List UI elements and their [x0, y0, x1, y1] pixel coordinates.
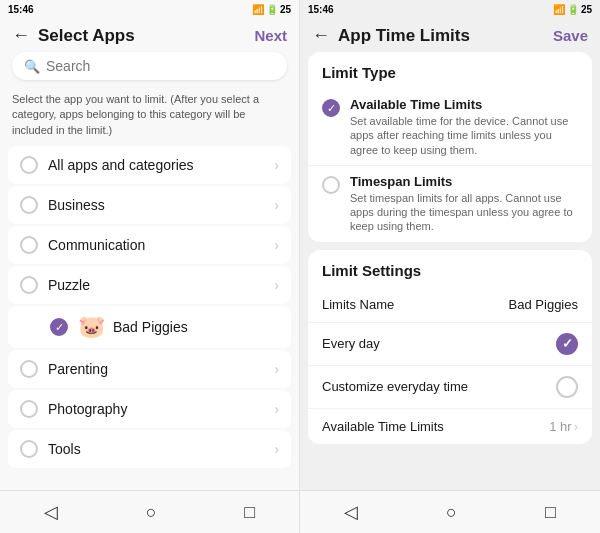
item-label: Communication: [48, 237, 274, 253]
item-label: All apps and categories: [48, 157, 274, 173]
customize-toggle[interactable]: [556, 376, 578, 398]
save-button[interactable]: Save: [553, 27, 588, 44]
right-recent-nav-icon[interactable]: □: [545, 502, 556, 523]
available-desc: Set available time for the device. Canno…: [350, 114, 578, 157]
chevron-icon: ›: [274, 361, 279, 377]
available-time-label: Available Time Limits: [322, 419, 549, 434]
available-time-option[interactable]: Available Time Limits Set available time…: [308, 89, 592, 165]
battery-level: 25: [280, 4, 291, 15]
every-day-row[interactable]: Every day: [308, 323, 592, 366]
available-time-chevron: ›: [574, 419, 578, 434]
radio-tools: [20, 440, 38, 458]
list-item[interactable]: Puzzle ›: [8, 266, 291, 304]
item-label: Photography: [48, 401, 274, 417]
right-battery-icon: 🔋: [567, 4, 579, 15]
chevron-icon: ›: [274, 157, 279, 173]
right-content: Limit Type Available Time Limits Set ava…: [300, 52, 600, 490]
app-icon: 🐷: [78, 314, 105, 340]
right-status-bar: 15:46 📶 🔋 25: [300, 0, 600, 19]
timespan-option[interactable]: Timespan Limits Set timespan limits for …: [308, 165, 592, 242]
chevron-icon: ›: [274, 277, 279, 293]
timespan-text-block: Timespan Limits Set timespan limits for …: [350, 174, 578, 234]
item-label: Parenting: [48, 361, 274, 377]
right-wifi-icon: 📶: [553, 4, 565, 15]
list-item[interactable]: Photography ›: [8, 390, 291, 428]
timespan-radio: [322, 176, 340, 194]
list-item-bad-piggies[interactable]: 🐷 Bad Piggies: [8, 306, 291, 348]
app-list: All apps and categories › Business › Com…: [0, 146, 299, 490]
available-radio: [322, 99, 340, 117]
item-label: Bad Piggies: [113, 319, 279, 335]
radio-bad-piggies: [50, 318, 68, 336]
right-back-nav-icon[interactable]: ◁: [344, 501, 358, 523]
hint-text: Select the app you want to limit. (After…: [0, 88, 299, 146]
every-day-toggle[interactable]: [556, 333, 578, 355]
available-title: Available Time Limits: [350, 97, 578, 112]
battery-icon: 🔋: [266, 4, 278, 15]
chevron-icon: ›: [274, 197, 279, 213]
next-button[interactable]: Next: [254, 27, 287, 44]
right-back-button[interactable]: ←: [312, 25, 330, 46]
home-nav-icon[interactable]: ○: [146, 502, 157, 523]
available-text-block: Available Time Limits Set available time…: [350, 97, 578, 157]
limit-settings-card: Limit Settings Limits Name Bad Piggies E…: [308, 250, 592, 444]
right-panel: 15:46 📶 🔋 25 ← App Time Limits Save Limi…: [300, 0, 600, 533]
item-label: Tools: [48, 441, 274, 457]
left-nav-bar: ◁ ○ □: [0, 490, 299, 533]
left-time: 15:46: [8, 4, 34, 15]
limit-settings-title: Limit Settings: [308, 250, 592, 287]
radio-communication: [20, 236, 38, 254]
timespan-desc: Set timespan limits for all apps. Cannot…: [350, 191, 578, 234]
radio-business: [20, 196, 38, 214]
recent-nav-icon[interactable]: □: [244, 502, 255, 523]
search-box: 🔍: [12, 52, 287, 80]
right-home-nav-icon[interactable]: ○: [446, 502, 457, 523]
list-item[interactable]: Business ›: [8, 186, 291, 224]
customize-label: Customize everyday time: [322, 379, 556, 394]
left-panel: 15:46 📶 🔋 25 ← Select Apps Next 🔍 Select…: [0, 0, 300, 533]
list-item[interactable]: All apps and categories ›: [8, 146, 291, 184]
limits-name-label: Limits Name: [322, 297, 509, 312]
right-nav-bar: ◁ ○ □: [300, 490, 600, 533]
left-status-bar: 15:46 📶 🔋 25: [0, 0, 299, 19]
item-label: Puzzle: [48, 277, 274, 293]
list-item[interactable]: Tools ›: [8, 430, 291, 468]
radio-all: [20, 156, 38, 174]
list-item[interactable]: Parenting ›: [8, 350, 291, 388]
back-button[interactable]: ←: [12, 25, 30, 46]
limits-name-value: Bad Piggies: [509, 297, 578, 312]
left-top-bar: ← Select Apps Next: [0, 19, 299, 52]
back-nav-icon[interactable]: ◁: [44, 501, 58, 523]
radio-puzzle: [20, 276, 38, 294]
every-day-label: Every day: [322, 336, 556, 351]
item-label: Business: [48, 197, 274, 213]
left-status-icons: 📶 🔋 25: [252, 4, 291, 15]
search-input[interactable]: [46, 58, 275, 74]
available-time-value: 1 hr: [549, 419, 571, 434]
right-status-icons: 📶 🔋 25: [553, 4, 592, 15]
timespan-title: Timespan Limits: [350, 174, 578, 189]
list-item[interactable]: Communication ›: [8, 226, 291, 264]
right-title: App Time Limits: [338, 26, 553, 46]
limits-name-row: Limits Name Bad Piggies: [308, 287, 592, 323]
chevron-icon: ›: [274, 237, 279, 253]
chevron-icon: ›: [274, 401, 279, 417]
wifi-icon: 📶: [252, 4, 264, 15]
limit-type-title: Limit Type: [308, 52, 592, 89]
radio-parenting: [20, 360, 38, 378]
chevron-icon: ›: [274, 441, 279, 457]
right-battery-level: 25: [581, 4, 592, 15]
right-top-bar: ← App Time Limits Save: [300, 19, 600, 52]
left-title: Select Apps: [38, 26, 254, 46]
search-container: 🔍: [0, 52, 299, 88]
customize-row[interactable]: Customize everyday time: [308, 366, 592, 409]
available-time-row[interactable]: Available Time Limits 1 hr ›: [308, 409, 592, 444]
limit-type-card: Limit Type Available Time Limits Set ava…: [308, 52, 592, 242]
right-time: 15:46: [308, 4, 334, 15]
radio-photography: [20, 400, 38, 418]
search-icon: 🔍: [24, 59, 40, 74]
